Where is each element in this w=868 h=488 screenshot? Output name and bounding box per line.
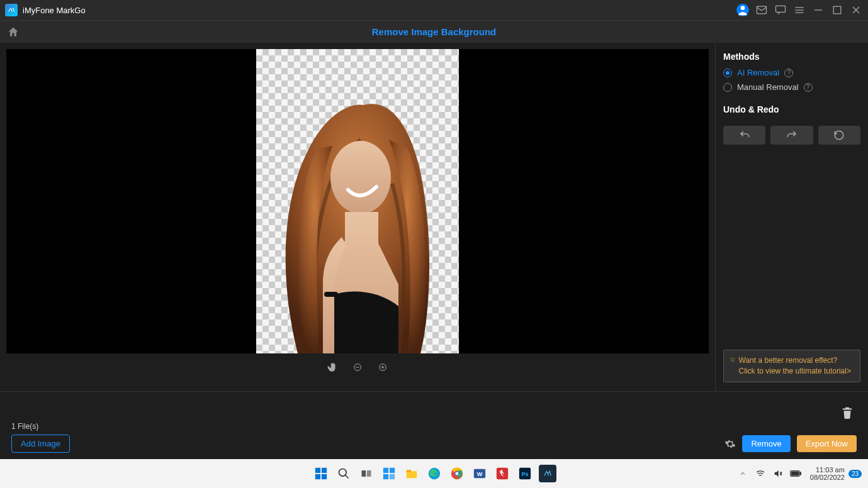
svg-rect-3 — [833, 6, 841, 14]
radio-icon — [723, 69, 732, 77]
svg-rect-2 — [776, 6, 786, 12]
close-icon[interactable] — [849, 3, 863, 17]
taskbar-app-photoshop[interactable]: Ps — [516, 465, 534, 482]
svg-rect-14 — [361, 470, 366, 477]
view-controls — [326, 361, 389, 374]
svg-rect-31 — [800, 472, 801, 475]
app-logo — [5, 4, 18, 16]
menu-icon[interactable] — [792, 3, 806, 17]
taskbar-app-markgo[interactable] — [539, 465, 556, 482]
hand-tool-icon[interactable] — [326, 361, 339, 374]
svg-text:Ps: Ps — [521, 471, 528, 477]
svg-rect-18 — [383, 474, 388, 479]
svg-rect-9 — [315, 468, 320, 473]
account-icon[interactable] — [736, 3, 750, 17]
method-label: Manual Removal — [737, 82, 799, 92]
svg-rect-19 — [389, 474, 394, 479]
maximize-icon[interactable] — [830, 3, 844, 17]
svg-point-4 — [330, 141, 391, 214]
export-button[interactable]: Export Now — [797, 435, 857, 452]
taskbar-app-word[interactable]: W — [471, 465, 488, 482]
svg-point-13 — [339, 469, 346, 477]
title-bar: iMyFone MarkGo — [0, 0, 868, 20]
notification-badge[interactable]: 23 — [848, 470, 862, 478]
methods-title: Methods — [723, 52, 860, 62]
info-icon — [730, 355, 735, 364]
clock-date: 08/02/2022 — [810, 474, 845, 481]
image-subject — [273, 89, 442, 353]
add-image-button[interactable]: Add Image — [11, 435, 70, 453]
radio-icon — [723, 83, 732, 92]
reset-button[interactable] — [818, 126, 860, 145]
svg-rect-20 — [406, 470, 410, 472]
main-area: Methods AI Removal ? Manual Removal ? Un… — [0, 43, 868, 391]
task-view-icon[interactable] — [358, 465, 375, 482]
transparency-background — [256, 49, 459, 353]
method-label: AI Removal — [737, 68, 779, 77]
mail-icon[interactable] — [755, 3, 769, 17]
svg-rect-27 — [496, 468, 507, 479]
zoom-in-icon[interactable] — [376, 361, 389, 374]
taskbar-app-explorer[interactable] — [403, 465, 420, 482]
image-viewport[interactable] — [6, 49, 709, 353]
side-panel: Methods AI Removal ? Manual Removal ? Un… — [716, 43, 868, 391]
svg-rect-15 — [366, 470, 371, 477]
zoom-out-icon[interactable] — [351, 361, 364, 374]
settings-icon[interactable] — [724, 438, 736, 450]
svg-text:W: W — [476, 471, 482, 477]
help-icon[interactable]: ? — [804, 83, 813, 92]
app-title: iMyFone MarkGo — [23, 6, 86, 15]
undo-title: Undo & Redo — [723, 104, 860, 114]
system-clock[interactable]: 11:03 am 08/02/2022 — [810, 466, 845, 481]
svg-point-24 — [455, 472, 458, 475]
clock-time: 11:03 am — [810, 466, 845, 474]
svg-rect-10 — [321, 468, 326, 473]
windows-taskbar: W Ps 11:03 am 08/02/2022 23 — [0, 459, 868, 488]
volume-icon[interactable] — [771, 467, 785, 480]
taskbar-app-edge[interactable] — [426, 465, 443, 482]
svg-rect-12 — [321, 474, 326, 479]
tutorial-tip[interactable]: Want a better removal effect? Click to v… — [723, 350, 860, 382]
chevron-up-icon[interactable] — [736, 467, 750, 480]
svg-rect-11 — [315, 474, 320, 479]
home-icon[interactable] — [6, 25, 20, 39]
help-icon[interactable]: ? — [784, 69, 793, 77]
file-count: 1 File(s) — [11, 422, 857, 431]
minimize-icon[interactable] — [811, 3, 825, 17]
feedback-icon[interactable] — [774, 3, 787, 17]
method-manual-removal[interactable]: Manual Removal ? — [723, 82, 860, 92]
battery-icon[interactable] — [789, 467, 803, 480]
method-ai-removal[interactable]: AI Removal ? — [723, 68, 860, 77]
start-icon[interactable] — [312, 465, 330, 482]
undo-button[interactable] — [723, 126, 765, 145]
svg-rect-32 — [791, 472, 798, 475]
remove-button[interactable]: Remove — [742, 435, 790, 452]
search-icon[interactable] — [335, 465, 352, 482]
svg-point-0 — [741, 6, 745, 10]
redo-button[interactable] — [770, 126, 813, 145]
footer-area: 1 File(s) Add Image Remove Export Now — [0, 391, 868, 459]
wifi-icon[interactable] — [753, 467, 767, 480]
svg-rect-16 — [383, 468, 388, 473]
svg-rect-17 — [389, 468, 394, 473]
taskbar-app-chrome[interactable] — [448, 465, 466, 482]
canvas-area — [0, 43, 716, 391]
taskbar-app-widgets[interactable] — [380, 465, 398, 482]
tip-text: Want a better removal effect? Click to v… — [739, 355, 854, 377]
page-title: Remove Image Background — [372, 26, 497, 37]
svg-rect-5 — [324, 292, 338, 297]
svg-rect-1 — [757, 6, 767, 14]
app-toolbar: Remove Image Background — [0, 20, 868, 43]
delete-icon[interactable] — [840, 406, 854, 419]
taskbar-app-acrobat[interactable] — [493, 465, 511, 482]
